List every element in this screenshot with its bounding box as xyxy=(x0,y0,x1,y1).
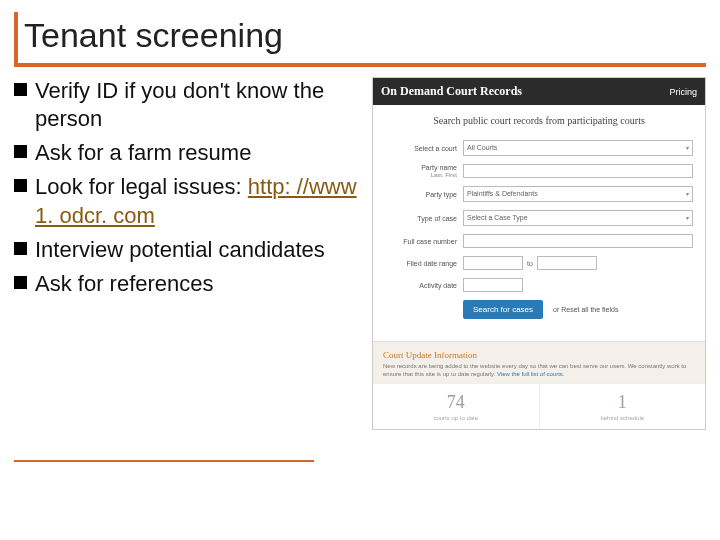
select-court-dropdown[interactable]: All Courts▾ xyxy=(463,140,693,156)
list-item: Verify ID if you don't know the person xyxy=(14,77,366,133)
stat-label: courts up to date xyxy=(377,415,535,421)
label-filed-range: Filed date range xyxy=(385,260,463,267)
label-select-court: Select a court xyxy=(385,145,463,152)
form-actions: Search for cases or Reset all the fields xyxy=(385,300,693,319)
info-heading: Court Update Information xyxy=(383,350,695,360)
title-block: Tenant screening xyxy=(14,12,706,67)
info-link[interactable]: View the full list of courts. xyxy=(497,371,565,377)
court-update-info: Court Update Information New records are… xyxy=(373,341,705,383)
party-type-dropdown[interactable]: Plaintiffs & Defendants▾ xyxy=(463,186,693,202)
type-case-value: Select a Case Type xyxy=(467,211,528,225)
activity-group xyxy=(463,278,523,292)
party-type-value: Plaintiffs & Defendants xyxy=(467,187,538,201)
square-bullet-icon xyxy=(14,242,27,255)
stat-behind: 1 behind schedule xyxy=(539,383,706,429)
filed-from-input[interactable] xyxy=(463,256,523,270)
hint-party-name: Last, First xyxy=(431,172,457,178)
title-underline xyxy=(14,63,706,67)
row-type-case: Type of case Select a Case Type▾ xyxy=(385,210,693,226)
bullet-text: Verify ID if you don't know the person xyxy=(35,77,366,133)
select-court-value: All Courts xyxy=(467,141,497,155)
square-bullet-icon xyxy=(14,179,27,192)
row-party-name: Party nameLast, First xyxy=(385,164,693,178)
bullet-text: Interview potential candidates xyxy=(35,236,366,264)
filed-to-input[interactable] xyxy=(537,256,597,270)
row-full-case: Full case number xyxy=(385,234,693,248)
slide: Tenant screening Verify ID if you don't … xyxy=(0,12,720,540)
row-filed-range: Filed date range to xyxy=(385,256,693,270)
stat-uptodate: 74 courts up to date xyxy=(373,383,539,429)
activity-date-input[interactable] xyxy=(463,278,523,292)
party-name-input[interactable] xyxy=(463,164,693,178)
slide-title: Tenant screening xyxy=(24,12,706,63)
chevron-down-icon: ▾ xyxy=(686,187,689,201)
bullet-text: Ask for a farm resume xyxy=(35,139,366,167)
full-case-input[interactable] xyxy=(463,234,693,248)
type-case-dropdown[interactable]: Select a Case Type▾ xyxy=(463,210,693,226)
list-item: Ask for references xyxy=(14,270,366,298)
reset-link[interactable]: or Reset all the fields xyxy=(553,306,618,313)
row-party-type: Party type Plaintiffs & Defendants▾ xyxy=(385,186,693,202)
bullet-text: Ask for references xyxy=(35,270,366,298)
list-item: Ask for a farm resume xyxy=(14,139,366,167)
label-activity: Activity date xyxy=(385,282,463,289)
range-to: to xyxy=(527,260,533,267)
chevron-down-icon: ▾ xyxy=(686,141,689,155)
search-form: Select a court All Courts▾ Party nameLas… xyxy=(373,140,705,329)
label-full-case: Full case number xyxy=(385,238,463,245)
square-bullet-icon xyxy=(14,83,27,96)
title-accent: Tenant screening xyxy=(14,12,706,63)
search-button[interactable]: Search for cases xyxy=(463,300,543,319)
bullet-text-pre: Look for legal issues: xyxy=(35,174,248,199)
stats-row: 74 courts up to date 1 behind schedule xyxy=(373,383,705,429)
label-party-name: Party nameLast, First xyxy=(385,164,463,178)
filed-range-group: to xyxy=(463,256,597,270)
chevron-down-icon: ▾ xyxy=(686,211,689,225)
ss-logo: On Demand Court Records xyxy=(381,84,522,99)
info-text: New records are being added to the websi… xyxy=(383,363,695,379)
stat-number: 1 xyxy=(544,392,702,413)
square-bullet-icon xyxy=(14,145,27,158)
square-bullet-icon xyxy=(14,276,27,289)
label-party-type: Party type xyxy=(385,191,463,198)
row-activity: Activity date xyxy=(385,278,693,292)
slide-body: Verify ID if you don't know the person A… xyxy=(14,77,706,430)
bullet-list: Verify ID if you don't know the person A… xyxy=(14,77,366,430)
bullet-text: Look for legal issues: http: //www 1. od… xyxy=(35,173,366,229)
stat-label: behind schedule xyxy=(544,415,702,421)
list-item: Look for legal issues: http: //www 1. od… xyxy=(14,173,366,229)
court-records-screenshot: On Demand Court Records Pricing Search p… xyxy=(372,77,706,430)
pricing-link[interactable]: Pricing xyxy=(669,87,697,97)
list-item: Interview potential candidates xyxy=(14,236,366,264)
row-select-court: Select a court All Courts▾ xyxy=(385,140,693,156)
ss-subtitle: Search public court records from partici… xyxy=(373,105,705,140)
label-type-case: Type of case xyxy=(385,215,463,222)
ss-header: On Demand Court Records Pricing xyxy=(373,78,705,105)
bottom-accent-rule xyxy=(14,460,314,462)
stat-number: 74 xyxy=(377,392,535,413)
